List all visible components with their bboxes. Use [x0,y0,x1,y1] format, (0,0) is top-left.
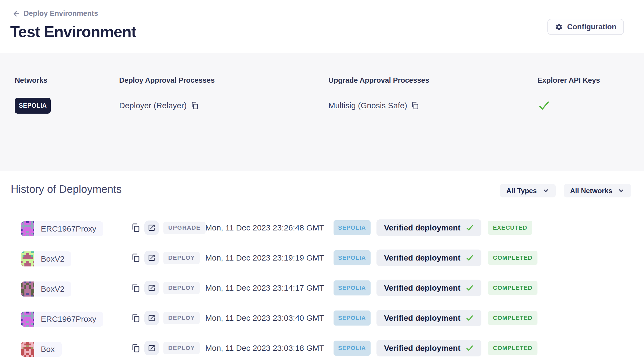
deploy-approval-value: Deployer (Relayer) [119,101,187,110]
open-in-explorer-button[interactable] [144,251,159,265]
contract-name: BoxV2 [34,284,71,294]
deployment-row: Box DEPLOY Mon, 11 Dec 2023 23:03:18 GMT [0,333,644,361]
verification-pill: Verified deployment [376,219,481,236]
breadcrumb-label: Deploy Environments [24,9,98,18]
breadcrumb[interactable]: Deploy Environments [11,9,100,18]
check-icon [465,284,474,292]
chevron-down-icon [542,187,549,194]
copy-icon [131,344,140,353]
explorer-api-keys-header: Explorer API Keys [537,76,600,85]
network-badge: SEPOLIA [334,220,371,235]
api-key-set-check-icon [537,99,550,112]
external-link-icon [148,224,156,232]
external-link-icon [148,254,156,262]
deployment-row: BoxV2 DEPLOY Mon, 11 Dec 2023 23:19:19 G… [0,243,644,273]
copy-icon [131,253,140,262]
network-badge-sepolia: SEPOLIA [15,98,51,114]
copy-deploy-approval-button[interactable] [191,102,199,110]
history-section: History of Deployments All Types All Net… [0,171,644,361]
copy-icon [411,102,419,110]
copy-icon [131,283,140,293]
check-icon [465,314,474,322]
deployment-date: Mon, 11 Dec 2023 23:14:17 GMT [205,283,334,293]
deployment-date: Mon, 11 Dec 2023 23:03:18 GMT [205,344,334,353]
deployment-status-badge: COMPLETED [488,341,537,355]
open-in-explorer-button[interactable] [144,311,159,325]
copy-address-button[interactable] [131,223,140,232]
contract-identicon [21,281,34,297]
networks-column: Networks SEPOLIA [15,76,51,114]
deployment-status-badge: EXECUTED [488,221,532,235]
filter-all-types-dropdown[interactable]: All Types [500,184,556,197]
deployment-type-badge: DEPLOY [163,312,200,324]
history-title: History of Deployments [11,183,122,195]
explorer-api-keys-column: Explorer API Keys [537,76,600,114]
verification-pill: Verified deployment [376,310,481,326]
verification-label: Verified deployment [384,313,460,323]
deployment-type-badge: DEPLOY [163,342,200,354]
contract-identicon [21,221,34,236]
copy-address-button[interactable] [131,344,140,353]
verification-pill: Verified deployment [376,280,481,296]
copy-icon [131,313,140,323]
external-link-icon [148,284,156,292]
copy-upgrade-approval-button[interactable] [411,102,419,110]
contract-name: ERC1967Proxy [34,315,103,324]
copy-icon [131,223,140,232]
page-title: Test Environment [10,23,136,41]
verification-label: Verified deployment [384,283,460,293]
deployment-type-badge: UPGRADE [163,222,206,234]
deployment-status-badge: COMPLETED [488,281,537,295]
environment-config-section: Networks SEPOLIA Deploy Approval Process… [0,53,644,171]
deployment-date: Mon, 11 Dec 2023 23:26:48 GMT [205,223,334,232]
deployment-row: BoxV2 DEPLOY Mon, 11 Dec 2023 23:14:17 G… [0,273,644,303]
network-badge: SEPOLIA [334,280,371,295]
history-filters: All Types All Networks [500,184,631,197]
external-link-icon [148,314,156,322]
deployment-date: Mon, 11 Dec 2023 23:03:40 GMT [205,313,334,323]
deployment-type-badge: DEPLOY [163,282,200,294]
contract-chip[interactable]: ERC1967Proxy [21,312,103,327]
deployment-status-badge: COMPLETED [488,311,537,325]
verification-label: Verified deployment [384,223,460,232]
open-in-explorer-button[interactable] [144,341,159,355]
verification-pill: Verified deployment [376,250,481,266]
deployment-row: ERC1967Proxy UPGRADE Mon, 11 Dec 2023 23… [0,213,644,243]
deployment-date: Mon, 11 Dec 2023 23:19:19 GMT [205,253,334,262]
deployment-status-badge: COMPLETED [488,251,537,265]
filter-all-networks-dropdown[interactable]: All Networks [564,184,631,197]
contract-chip[interactable]: BoxV2 [21,281,71,297]
external-link-icon [148,344,156,352]
contract-identicon [21,251,34,266]
check-icon [465,223,474,232]
configuration-button[interactable]: Configuration [547,19,624,35]
upgrade-approval-value: Multisig (Gnosis Safe) [328,101,407,110]
deployment-rows: ERC1967Proxy UPGRADE Mon, 11 Dec 2023 23… [0,213,644,361]
copy-address-button[interactable] [131,283,140,293]
contract-identicon [21,312,34,327]
verification-pill: Verified deployment [376,340,481,356]
deployment-type-badge: DEPLOY [163,252,200,264]
copy-address-button[interactable] [131,253,140,262]
verification-label: Verified deployment [384,253,460,262]
back-arrow-icon [12,10,20,18]
upgrade-approval-header: Upgrade Approval Processes [328,76,429,85]
contract-name: ERC1967Proxy [34,224,103,233]
deploy-approval-header: Deploy Approval Processes [119,76,215,85]
configuration-button-label: Configuration [567,23,616,31]
check-icon [465,344,474,352]
network-badge: SEPOLIA [334,341,371,356]
check-icon [465,254,474,262]
contract-chip[interactable]: ERC1967Proxy [21,221,103,236]
contract-chip[interactable]: Box [21,342,62,357]
deployment-row: ERC1967Proxy DEPLOY Mon, 11 Dec 2023 23:… [0,303,644,333]
open-in-explorer-button[interactable] [144,221,159,235]
chevron-down-icon [618,187,625,194]
deploy-approval-column: Deploy Approval Processes Deployer (Rela… [119,76,215,114]
copy-icon [191,102,199,110]
contract-name: BoxV2 [34,254,71,263]
contract-chip[interactable]: BoxV2 [21,251,71,266]
open-in-explorer-button[interactable] [144,281,159,295]
copy-address-button[interactable] [131,313,140,323]
contract-identicon [21,342,34,357]
